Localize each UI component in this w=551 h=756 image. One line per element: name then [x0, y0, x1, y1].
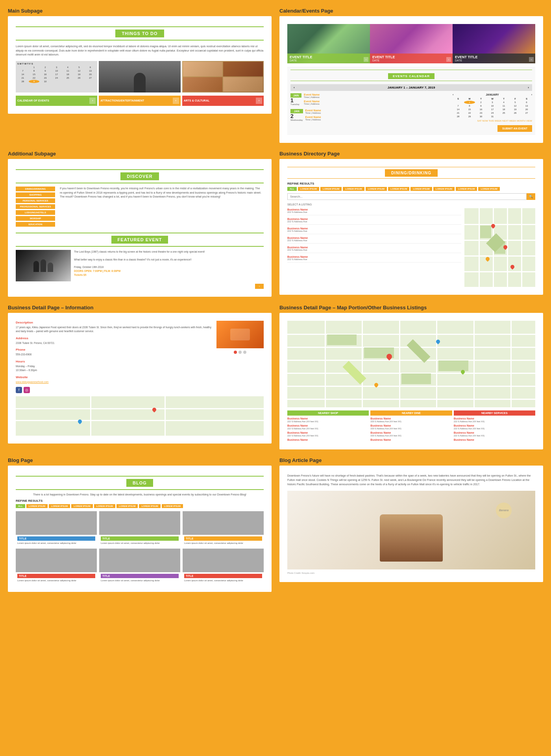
main-subpage-card: THINGS TO DO Lorem ipsum dolor sit amet,… — [8, 16, 272, 114]
biz-name-5: Business Name — [287, 246, 461, 249]
nav-arrow-attractions[interactable]: › — [173, 98, 179, 104]
biz-detail-map-card: NEARBY SHOP Business Name 222 S Address … — [279, 313, 543, 449]
nearby-services-name-2: Business Name — [454, 424, 535, 427]
event-date-2: DATE — [372, 59, 450, 62]
event-arrow-2[interactable]: › — [446, 57, 451, 62]
dot-2[interactable] — [239, 351, 242, 354]
blog-filter-6[interactable]: LOREM IPSUM — [139, 504, 160, 508]
instagram-icon[interactable]: ◎ — [24, 387, 30, 393]
website-link[interactable]: www.kikkujapanesefood.com — [16, 381, 48, 383]
blog-card-footer-5: TITLE Lorem ipsum dolor sit amet, consec… — [99, 572, 180, 584]
event-arrow-3[interactable]: › — [529, 57, 534, 62]
cal-prev-btn[interactable]: ‹ — [294, 86, 295, 89]
photo-credit: Photo Credit: fresyes.com — [287, 572, 535, 574]
blog-card-1[interactable]: TITLE Lorem ipsum dolor sit amet, consec… — [16, 511, 97, 546]
mini-cal-month: JANUARY — [486, 93, 499, 96]
filter-4[interactable]: LOREM IPSUM — [366, 187, 387, 191]
blog-card-text-2: Lorem ipsum dolor sit amet, consectetur … — [101, 542, 179, 545]
nav-arrow-calendar[interactable]: › — [89, 98, 96, 104]
menu-professional-services[interactable]: PROFESSIONAL SERVICES — [16, 204, 55, 209]
blog-card-text-1: Lorem ipsum dolor sit amet, consectetur … — [17, 542, 95, 545]
select-listing-label: SELECT A LISTING — [287, 203, 535, 206]
nearby-dine-badge: NEARBY DINE — [370, 410, 452, 416]
article-image: Banana — [287, 491, 535, 569]
gallery-image-box — [182, 61, 264, 92]
mini-cal-next[interactable]: › — [531, 93, 532, 96]
nearby-services-name-3: Business Name — [454, 431, 535, 434]
blog-filter-1[interactable]: LOREM IPSUM — [26, 504, 48, 508]
addr-text: 2336 Tulare St. Fresno, CA 93721 — [16, 341, 212, 345]
filter-9[interactable]: LOREM IPSUM — [478, 187, 499, 191]
blog-card-5[interactable]: TITLE Lorem ipsum dolor sit amet, consec… — [99, 549, 180, 584]
addr-title: Address — [16, 336, 212, 340]
blog-card-3[interactable]: TITLE Lorem ipsum dolor sit amet, consec… — [183, 511, 264, 546]
nearby-dine-col: NEARBY DINE Business Name 333 S Address … — [370, 410, 452, 442]
calendar-section: EVENTS CALENDAR ‹ JANUARY 1 – JANUARY 7,… — [287, 67, 535, 135]
main-subpage-label: Main Subpage — [8, 8, 272, 14]
blog-card-6[interactable]: TITLE Lorem ipsum dolor sit amet, consec… — [183, 549, 264, 584]
blog-img-6 — [183, 549, 264, 572]
menu-dining[interactable]: DINING/DRINKING — [16, 187, 55, 191]
event-overlay-3: EVENT TITLE DATE — [453, 54, 535, 63]
biz-entry-5: Business Name 222 S Address Ave — [287, 246, 461, 253]
event-arrow-1[interactable]: › — [364, 57, 368, 62]
blog-filter-7[interactable]: LOREM IPSUM — [162, 504, 183, 508]
blog-card-title-5: TITLE — [101, 574, 179, 578]
nav-calendar[interactable]: CALENDAR OF EVENTS › — [16, 96, 97, 106]
mini-cal-header: ‹ JANUARY › — [453, 93, 532, 96]
event-entry-2b: Event Name Time | Address — [305, 116, 449, 121]
nearby-shop-name-2: Business Name — [287, 424, 369, 427]
search-button[interactable]: 🔍 — [527, 193, 535, 200]
blog-filter-4[interactable]: LOREM IPSUM — [94, 504, 115, 508]
dot-3[interactable] — [243, 351, 246, 354]
filter-6[interactable]: LOREM IPSUM — [410, 187, 432, 191]
filter-8[interactable]: LOREM IPSUM — [456, 187, 477, 191]
submit-event-button[interactable]: SUBMIT AN EVENT — [497, 125, 532, 132]
nav-arrow-arts[interactable]: › — [256, 98, 262, 104]
social-icons: f ◎ — [16, 387, 212, 393]
menu-education[interactable]: EDUCATION — [16, 222, 55, 227]
menu-lodging[interactable]: LODGING/HOTELS — [16, 210, 55, 215]
nav-arts[interactable]: ARTS & CULTURAL › — [182, 96, 264, 106]
search-input[interactable] — [287, 193, 527, 200]
nav-attractions[interactable]: ATTRACTIONS/ENTERTAINMENT › — [99, 96, 180, 106]
nearby-dine-addr-1: 333 S Address Ave (XX feet XX) — [370, 420, 452, 423]
filter-7[interactable]: LOREM IPSUM — [433, 187, 455, 191]
facebook-icon[interactable]: f — [16, 387, 22, 393]
blog-img-1 — [16, 511, 97, 535]
featured-event-text: The Lost Boys (1987) classic returns to … — [74, 250, 264, 281]
filter-row: ALL LOREM IPSUM LOREM IPSUM LOREM IPSUM … — [287, 187, 535, 191]
event-name-1b: Event Name — [304, 100, 449, 103]
blog-filter-2[interactable]: LOREM IPSUM — [49, 504, 70, 508]
nearby-services-addr-1: 222 S Address Ave (XX feet XX) — [454, 420, 535, 423]
nearby-shop-name-3: Business Name — [287, 431, 369, 434]
cal-next-btn[interactable]: › — [528, 86, 529, 89]
blog-card-4[interactable]: TITLE Lorem ipsum dolor sit amet, consec… — [16, 549, 97, 584]
blog-img-4 — [16, 549, 97, 572]
portrait-image-box — [99, 61, 180, 92]
banana-loaf — [380, 514, 443, 562]
filter-3[interactable]: LOREM IPSUM — [343, 187, 364, 191]
blog-card-title-4: TITLE — [17, 574, 95, 578]
blog-filter-3[interactable]: LOREM IPSUM — [71, 504, 92, 508]
filter-1[interactable]: LOREM IPSUM — [298, 187, 319, 191]
filter-2[interactable]: LOREM IPSUM — [320, 187, 342, 191]
filter-5[interactable]: LOREM IPSUM — [388, 187, 409, 191]
phone-title: Phone — [16, 348, 212, 351]
nearby-services-name-4: Business Name — [454, 438, 535, 441]
blog-filter-all[interactable]: ALL — [16, 504, 25, 508]
menu-personal-services[interactable]: PERSONAL SERVICES — [16, 198, 55, 203]
filter-all[interactable]: ALL — [287, 187, 297, 191]
menu-shopping[interactable]: SHOPPING — [16, 192, 55, 197]
mini-cal-prev[interactable]: ‹ — [453, 93, 453, 96]
blog-filter-row: ALL LOREM IPSUM LOREM IPSUM LOREM IPSUM … — [16, 504, 264, 508]
more-button[interactable]: › — [255, 284, 264, 289]
biz-addr-3: 222 S Address Ave — [287, 230, 461, 232]
blog-card-2[interactable]: TITLE Lorem ipsum dolor sit amet, consec… — [99, 511, 180, 546]
blog-filter-5[interactable]: LOREM IPSUM — [116, 504, 138, 508]
menu-worship[interactable]: WORSHIP — [16, 216, 55, 221]
biz-addr-1: 222 S Address Ave — [287, 211, 461, 213]
dot-1[interactable] — [234, 351, 237, 354]
dir-header: DINING/DRINKING — [287, 167, 535, 179]
map-large — [287, 321, 535, 407]
